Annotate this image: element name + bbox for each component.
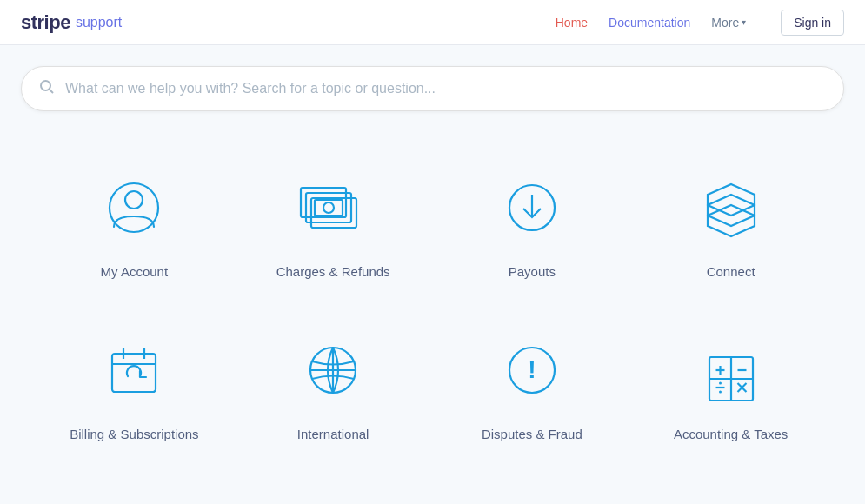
category-my-account[interactable]: My Account: [35, 143, 234, 305]
svg-text:!: !: [528, 356, 536, 383]
my-account-icon: [95, 169, 173, 247]
svg-rect-14: [112, 354, 156, 392]
nav-more-label: More: [711, 16, 739, 30]
search-input[interactable]: [65, 81, 826, 96]
category-payouts[interactable]: Payouts: [433, 143, 632, 305]
search-icon: [39, 79, 55, 99]
international-icon: [294, 331, 372, 409]
svg-point-31: [719, 391, 722, 394]
chevron-down-icon: ▾: [742, 17, 746, 27]
category-disputes-fraud[interactable]: ! Disputes & Fraud: [433, 305, 632, 468]
category-international[interactable]: International: [234, 305, 433, 468]
category-label: Payouts: [509, 264, 556, 279]
category-label: Billing & Subscriptions: [70, 427, 198, 441]
category-label: My Account: [101, 264, 169, 279]
categories-grid: My Account Charges & Refunds: [0, 125, 865, 502]
disputes-icon: !: [493, 331, 571, 409]
logo-stripe: stripe: [21, 11, 70, 34]
category-label: Disputes & Fraud: [482, 427, 582, 441]
svg-point-6: [323, 202, 334, 213]
nav-more[interactable]: More ▾: [711, 16, 746, 30]
category-label: Connect: [707, 264, 755, 279]
billing-icon: [95, 331, 173, 409]
category-label: International: [297, 427, 369, 441]
navbar: stripe support Home Documentation More ▾…: [0, 0, 865, 45]
logo[interactable]: stripe support: [21, 11, 122, 34]
category-accounting-taxes[interactable]: Accounting & Taxes: [631, 305, 830, 468]
logo-support: support: [76, 15, 122, 30]
connect-icon: [692, 169, 770, 247]
svg-marker-11: [708, 184, 755, 216]
svg-marker-12: [708, 195, 755, 226]
category-billing-subscriptions[interactable]: Billing & Subscriptions: [35, 305, 234, 468]
svg-point-3: [125, 191, 143, 209]
svg-marker-13: [708, 205, 755, 236]
svg-point-30: [719, 382, 722, 385]
category-charges-refunds[interactable]: Charges & Refunds: [234, 143, 433, 305]
search-bar: [21, 66, 844, 111]
nav-links: Home Documentation More ▾ Sign in: [556, 10, 844, 36]
search-section: [0, 45, 865, 125]
category-connect[interactable]: Connect: [631, 143, 830, 305]
svg-line-1: [50, 89, 54, 93]
payouts-icon: [493, 169, 571, 247]
category-label: Accounting & Taxes: [674, 427, 788, 441]
nav-home[interactable]: Home: [556, 16, 588, 30]
svg-point-0: [41, 81, 50, 90]
category-label: Charges & Refunds: [276, 264, 390, 279]
nav-documentation[interactable]: Documentation: [609, 16, 690, 30]
charges-refunds-icon: [294, 169, 372, 247]
accounting-icon: [692, 331, 770, 409]
sign-in-button[interactable]: Sign in: [781, 10, 844, 36]
